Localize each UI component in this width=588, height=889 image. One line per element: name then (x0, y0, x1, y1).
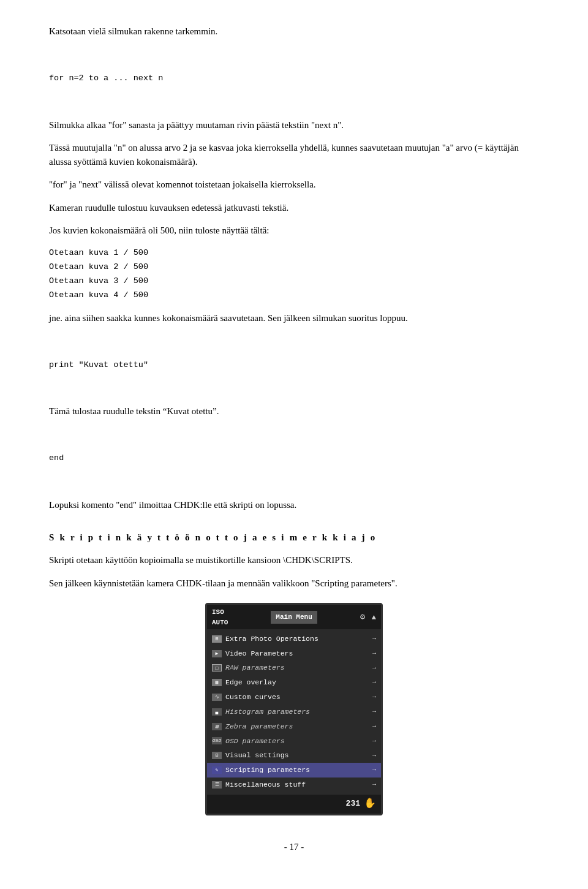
intro-heading: Katsotaan vielä silmukan rakenne tarkemm… (49, 25, 539, 39)
menu-item-4: ∿ Custom curves → (207, 690, 381, 705)
menu-icon-7: OSD (212, 737, 222, 744)
para9: Lopuksi komento "end" ilmoittaa CHDK:lle… (49, 498, 539, 512)
menu-label-1: Video Parameters (225, 648, 293, 659)
para3: "for" ja "next" välissä olevat komennot … (49, 178, 539, 192)
code-end: end (49, 428, 539, 490)
cam-iso: ISOAUTO (212, 607, 228, 628)
menu-item-2: □ RAW parameters → (207, 660, 381, 675)
menu-label-8: Visual settings (225, 750, 289, 761)
page-content: Katsotaan vielä silmukan rakenne tarkemm… (49, 25, 539, 854)
menu-item-8: ⊡ Visual settings → (207, 748, 381, 763)
menu-label-9: Scripting parameters (225, 765, 310, 776)
code-for: for n=2 to a ... next n (49, 47, 539, 109)
code-print: print "Kuvat otettu" (49, 334, 539, 396)
menu-item-9: ✎ Scripting parameters → (207, 763, 381, 777)
section-heading: S k r i p t i n k ä y t t ö ö n o t t o … (49, 531, 539, 545)
menu-label-3: Edge overlay (225, 677, 276, 688)
cam-menu-list: ⊞ Extra Photo Operations → ▶ Video Param… (207, 629, 381, 795)
section-para2: Sen jälkeen käynnistetään kamera CHDK-ti… (49, 577, 539, 591)
cam-menu-title: Main Menu (271, 611, 317, 624)
output-line-2: Otetaan kuva 2 / 500 (49, 260, 539, 274)
output-list: Otetaan kuva 1 / 500 Otetaan kuva 2 / 50… (49, 246, 539, 303)
menu-icon-5: ▄ (212, 708, 222, 716)
menu-icon-9: ✎ (212, 766, 222, 774)
camera-screenshot: ISOAUTO Main Menu ⚙ ▲ ⊞ Extra Photo Oper… (205, 603, 383, 815)
menu-icon-10: ☰ (212, 781, 222, 789)
menu-item-6: ▧ Zebra parameters → (207, 719, 381, 734)
menu-label-0: Extra Photo Operations (225, 634, 318, 645)
menu-icon-8: ⊡ (212, 752, 222, 759)
menu-icon-6: ▧ (212, 723, 222, 730)
menu-icon-1: ▶ (212, 650, 222, 657)
para8: Tämä tulostaa ruudulle tekstin “Kuvat ot… (49, 404, 539, 418)
menu-label-10: Miscellaneous stuff (225, 779, 306, 790)
menu-item-7: OSD OSD parameters → (207, 734, 381, 749)
menu-item-5: ▄ Histogram parameters → (207, 705, 381, 719)
menu-icon-2: □ (212, 664, 222, 671)
output-line-1: Otetaan kuva 1 / 500 (49, 246, 539, 260)
section-para1: Skripti otetaan käyttöön kopioimalla se … (49, 553, 539, 567)
menu-item-1: ▶ Video Parameters → (207, 646, 381, 661)
para4: Kameran ruudulle tulostuu kuvauksen edet… (49, 201, 539, 215)
para1: Silmukka alkaa "for" sanasta ja päättyy … (49, 118, 539, 132)
cam-footer-number: 231 (346, 798, 360, 810)
menu-label-5: Histogram parameters (225, 706, 310, 717)
menu-icon-4: ∿ (212, 694, 222, 701)
menu-item-0: ⊞ Extra Photo Operations → (207, 632, 381, 646)
menu-icon-0: ⊞ (212, 635, 222, 643)
menu-label-7: OSD parameters (225, 736, 285, 747)
para2: Tässä muutujalla "n" on alussa arvo 2 ja… (49, 141, 539, 170)
para6-7: jne. aina siihen saakka kunnes kokonaism… (49, 311, 539, 325)
cam-icons: ⚙ ▲ (360, 611, 376, 624)
menu-item-3: ▦ Edge overlay → (207, 675, 381, 690)
menu-label-4: Custom curves (225, 692, 281, 703)
hand-icon: ✋ (364, 796, 376, 812)
output-line-4: Otetaan kuva 4 / 500 (49, 289, 539, 303)
menu-label-2: RAW parameters (225, 662, 285, 673)
menu-icon-3: ▦ (212, 679, 222, 686)
cam-footer: 231 ✋ (207, 795, 381, 814)
cam-header: ISOAUTO Main Menu ⚙ ▲ (207, 605, 381, 629)
menu-item-10: ☰ Miscellaneous stuff → (207, 777, 381, 792)
output-line-3: Otetaan kuva 3 / 500 (49, 274, 539, 289)
page-number: - 17 - (49, 840, 539, 854)
menu-label-6: Zebra parameters (225, 721, 293, 732)
para5: Jos kuvien kokonaismäärä oli 500, niin t… (49, 224, 539, 238)
